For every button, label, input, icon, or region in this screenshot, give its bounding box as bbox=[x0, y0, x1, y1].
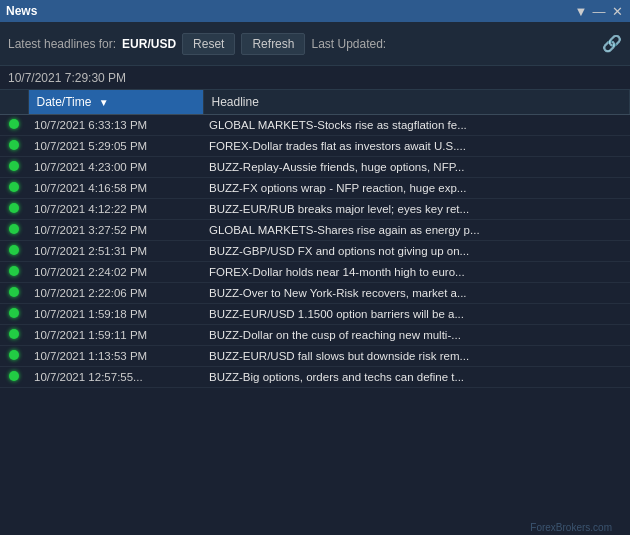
green-dot-icon bbox=[9, 140, 19, 150]
status-dot-cell bbox=[0, 241, 28, 262]
headline-cell: BUZZ-EUR/USD fall slows but downside ris… bbox=[203, 346, 630, 367]
status-dot-cell bbox=[0, 220, 28, 241]
refresh-button[interactable]: Refresh bbox=[241, 33, 305, 55]
table-row[interactable]: 10/7/2021 5:29:05 PMFOREX-Dollar trades … bbox=[0, 136, 630, 157]
col-header-status bbox=[0, 90, 28, 115]
status-dot-cell bbox=[0, 367, 28, 388]
reset-button[interactable]: Reset bbox=[182, 33, 235, 55]
table-header-row: Date/Time ▼ Headline bbox=[0, 90, 630, 115]
green-dot-icon bbox=[9, 224, 19, 234]
green-dot-icon bbox=[9, 329, 19, 339]
window: News ▼ — ✕ Latest headlines for: EUR/USD… bbox=[0, 0, 630, 535]
green-dot-icon bbox=[9, 245, 19, 255]
last-updated-timestamp: 10/7/2021 7:29:30 PM bbox=[8, 71, 126, 85]
col-header-datetime[interactable]: Date/Time ▼ bbox=[28, 90, 203, 115]
datetime-cell: 10/7/2021 4:23:00 PM bbox=[28, 157, 203, 178]
table-row[interactable]: 10/7/2021 1:59:18 PMBUZZ-EUR/USD 1.1500 … bbox=[0, 304, 630, 325]
green-dot-icon bbox=[9, 371, 19, 381]
close-icon[interactable]: ✕ bbox=[610, 5, 624, 18]
table-row[interactable]: 10/7/2021 2:22:06 PMBUZZ-Over to New Yor… bbox=[0, 283, 630, 304]
datetime-cell: 10/7/2021 5:29:05 PM bbox=[28, 136, 203, 157]
datetime-cell: 10/7/2021 1:59:11 PM bbox=[28, 325, 203, 346]
status-dot-cell bbox=[0, 325, 28, 346]
table-row[interactable]: 10/7/2021 4:16:58 PMBUZZ-FX options wrap… bbox=[0, 178, 630, 199]
table-row[interactable]: 10/7/2021 2:51:31 PMBUZZ-GBP/USD FX and … bbox=[0, 241, 630, 262]
title-bar: News ▼ — ✕ bbox=[0, 0, 630, 22]
status-dot-cell bbox=[0, 199, 28, 220]
headline-cell: BUZZ-GBP/USD FX and options not giving u… bbox=[203, 241, 630, 262]
last-updated-label: Last Updated: bbox=[311, 37, 386, 51]
table-row[interactable]: 10/7/2021 4:12:22 PMBUZZ-EUR/RUB breaks … bbox=[0, 199, 630, 220]
green-dot-icon bbox=[9, 119, 19, 129]
headline-cell: BUZZ-EUR/USD 1.1500 option barriers will… bbox=[203, 304, 630, 325]
window-title: News bbox=[6, 4, 37, 18]
headline-cell: GLOBAL MARKETS-Stocks rise as stagflatio… bbox=[203, 115, 630, 136]
table-row[interactable]: 10/7/2021 12:57:55...BUZZ-Big options, o… bbox=[0, 367, 630, 388]
green-dot-icon bbox=[9, 161, 19, 171]
datetime-cell: 10/7/2021 12:57:55... bbox=[28, 367, 203, 388]
headlines-label: Latest headlines for: bbox=[8, 37, 116, 51]
table-scroll-area[interactable]: Date/Time ▼ Headline 10/7/2021 6:33:13 P… bbox=[0, 90, 630, 535]
headline-cell: BUZZ-Replay-Aussie friends, huge options… bbox=[203, 157, 630, 178]
datetime-cell: 10/7/2021 1:59:18 PM bbox=[28, 304, 203, 325]
link-icon[interactable]: 🔗 bbox=[602, 34, 622, 53]
datetime-cell: 10/7/2021 3:27:52 PM bbox=[28, 220, 203, 241]
table-row[interactable]: 10/7/2021 1:59:11 PMBUZZ-Dollar on the c… bbox=[0, 325, 630, 346]
datetime-cell: 10/7/2021 4:16:58 PM bbox=[28, 178, 203, 199]
table-row[interactable]: 10/7/2021 4:23:00 PMBUZZ-Replay-Aussie f… bbox=[0, 157, 630, 178]
status-dot-cell bbox=[0, 283, 28, 304]
headline-cell: FOREX-Dollar trades flat as investors aw… bbox=[203, 136, 630, 157]
datetime-cell: 10/7/2021 4:12:22 PM bbox=[28, 199, 203, 220]
green-dot-icon bbox=[9, 308, 19, 318]
status-dot-cell bbox=[0, 178, 28, 199]
headline-cell: BUZZ-Big options, orders and techs can d… bbox=[203, 367, 630, 388]
headline-cell: BUZZ-EUR/RUB breaks major level; eyes ke… bbox=[203, 199, 630, 220]
toolbar: Latest headlines for: EUR/USD Reset Refr… bbox=[0, 22, 630, 66]
headline-cell: BUZZ-FX options wrap - NFP reaction, hug… bbox=[203, 178, 630, 199]
green-dot-icon bbox=[9, 203, 19, 213]
status-dot-cell bbox=[0, 262, 28, 283]
headline-cell: GLOBAL MARKETS-Shares rise again as ener… bbox=[203, 220, 630, 241]
table-row[interactable]: 10/7/2021 2:24:02 PMFOREX-Dollar holds n… bbox=[0, 262, 630, 283]
status-dot-cell bbox=[0, 346, 28, 367]
green-dot-icon bbox=[9, 182, 19, 192]
datetime-cell: 10/7/2021 2:24:02 PM bbox=[28, 262, 203, 283]
table-row[interactable]: 10/7/2021 3:27:52 PMGLOBAL MARKETS-Share… bbox=[0, 220, 630, 241]
status-dot-cell bbox=[0, 157, 28, 178]
green-dot-icon bbox=[9, 266, 19, 276]
news-table: Date/Time ▼ Headline 10/7/2021 6:33:13 P… bbox=[0, 90, 630, 388]
timestamp-bar: 10/7/2021 7:29:30 PM bbox=[0, 66, 630, 90]
headline-cell: BUZZ-Dollar on the cusp of reaching new … bbox=[203, 325, 630, 346]
sort-arrow-icon: ▼ bbox=[99, 97, 109, 108]
status-dot-cell bbox=[0, 115, 28, 136]
dropdown-icon[interactable]: ▼ bbox=[574, 5, 588, 18]
green-dot-icon bbox=[9, 287, 19, 297]
col-header-headline[interactable]: Headline bbox=[203, 90, 630, 115]
table-row[interactable]: 10/7/2021 1:13:53 PMBUZZ-EUR/USD fall sl… bbox=[0, 346, 630, 367]
datetime-cell: 10/7/2021 2:51:31 PM bbox=[28, 241, 203, 262]
green-dot-icon bbox=[9, 350, 19, 360]
status-dot-cell bbox=[0, 136, 28, 157]
headline-cell: BUZZ-Over to New York-Risk recovers, mar… bbox=[203, 283, 630, 304]
datetime-cell: 10/7/2021 6:33:13 PM bbox=[28, 115, 203, 136]
minimize-icon[interactable]: — bbox=[592, 5, 606, 18]
datetime-cell: 10/7/2021 1:13:53 PM bbox=[28, 346, 203, 367]
currency-pair: EUR/USD bbox=[122, 37, 176, 51]
datetime-cell: 10/7/2021 2:22:06 PM bbox=[28, 283, 203, 304]
headline-cell: FOREX-Dollar holds near 14-month high to… bbox=[203, 262, 630, 283]
table-container: Date/Time ▼ Headline 10/7/2021 6:33:13 P… bbox=[0, 90, 630, 535]
status-dot-cell bbox=[0, 304, 28, 325]
table-row[interactable]: 10/7/2021 6:33:13 PMGLOBAL MARKETS-Stock… bbox=[0, 115, 630, 136]
